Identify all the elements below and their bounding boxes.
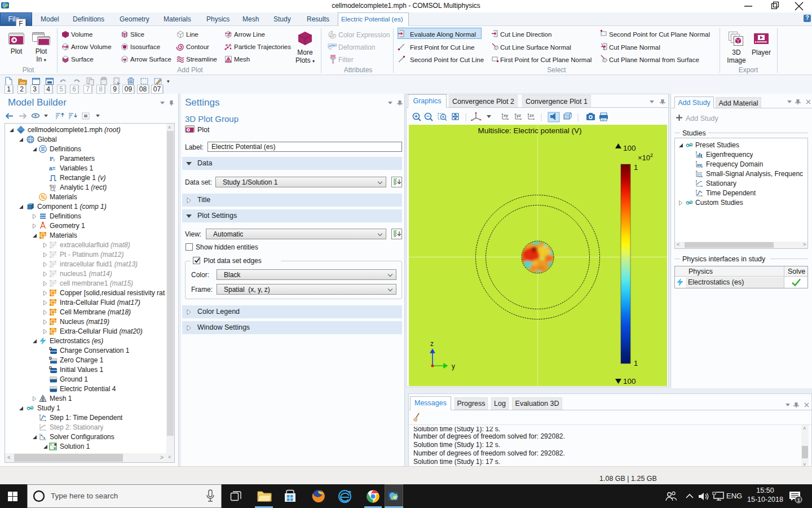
svg-text:y: y [452, 362, 455, 370]
svg-text:yz: yz [517, 113, 521, 118]
svg-text:zx: zx [529, 113, 534, 118]
svg-text:xy: xy [504, 113, 508, 118]
svg-text:100: 100 [623, 144, 636, 152]
svg-text:1: 1 [797, 497, 800, 503]
svg-text:P: P [50, 155, 54, 162]
svg-text:D: D [49, 347, 52, 351]
svg-text:i: i [54, 157, 55, 163]
svg-text:D: D [49, 356, 52, 360]
svg-text:D: D [49, 366, 52, 370]
svg-text:1: 1 [634, 359, 638, 367]
svg-text:100: 100 [623, 377, 636, 386]
svg-text:z: z [430, 340, 434, 348]
svg-text:Multislice: Electric potential: Multislice: Electric potential (V) [478, 126, 582, 135]
svg-text:2: 2 [650, 152, 653, 158]
svg-text:×10: ×10 [638, 154, 650, 162]
svg-text:1: 1 [634, 163, 638, 172]
svg-text:a=: a= [49, 165, 56, 172]
